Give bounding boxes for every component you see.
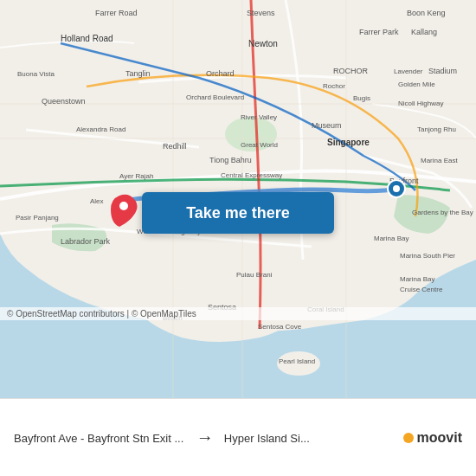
svg-text:Pulau Brani: Pulau Brani	[236, 271, 273, 279]
attribution-text: © OpenStreetMap contributors | © OpenMap…	[7, 309, 196, 318]
svg-text:Singapore: Singapore	[327, 138, 370, 147]
from-label: Bayfront Ave - Bayfront Stn Exit ...	[14, 432, 183, 445]
map-container: Holland Road Newton Farrer Road Farrer P…	[0, 0, 476, 398]
svg-point-56	[393, 185, 400, 192]
svg-point-57	[119, 202, 128, 210]
svg-text:Rochor: Rochor	[323, 82, 345, 90]
svg-text:Marina Bay: Marina Bay	[400, 275, 434, 283]
svg-text:Farrer Road: Farrer Road	[95, 9, 138, 17]
svg-text:Gardens by the Bay: Gardens by the Bay	[412, 209, 473, 216]
svg-text:Stevens: Stevens	[247, 9, 275, 17]
to-label: Hyper Island Si...	[224, 432, 310, 445]
svg-text:Redhill: Redhill	[163, 142, 187, 151]
svg-text:Tanglin: Tanglin	[125, 69, 151, 78]
svg-text:Sentosa Cove: Sentosa Cove	[258, 323, 302, 331]
from-info: Bayfront Ave - Bayfront Stn Exit ...	[14, 430, 186, 446]
svg-text:Pearl Island: Pearl Island	[279, 357, 315, 365]
svg-text:Marina South Pier: Marina South Pier	[400, 252, 455, 260]
moovit-logo: moovit	[403, 430, 462, 446]
svg-text:Great World: Great World	[241, 141, 278, 149]
moovit-text: moovit	[417, 430, 462, 446]
svg-text:Nicoll Highway: Nicoll Highway	[398, 100, 443, 107]
svg-text:Boon Keng: Boon Keng	[407, 9, 446, 17]
svg-text:Queenstown: Queenstown	[42, 97, 86, 106]
svg-text:Lavender: Lavender	[394, 68, 423, 75]
take-me-there-button[interactable]: Take me there	[142, 192, 334, 234]
svg-text:River Valley: River Valley	[241, 113, 277, 121]
svg-text:Newton: Newton	[248, 39, 278, 48]
svg-text:Marina Bay: Marina Bay	[374, 235, 408, 242]
svg-text:Alexandra Road: Alexandra Road	[76, 125, 125, 133]
svg-text:Tiong Bahru: Tiong Bahru	[209, 156, 252, 164]
svg-text:Orchard: Orchard	[206, 69, 235, 78]
svg-text:Central Expressway: Central Expressway	[221, 171, 282, 179]
svg-text:Farrer Park: Farrer Park	[359, 28, 399, 36]
svg-text:Holland Road: Holland Road	[61, 34, 113, 43]
svg-text:Orchard Boulevard: Orchard Boulevard	[186, 93, 244, 101]
svg-text:Museum: Museum	[312, 121, 342, 130]
moovit-dot-icon	[403, 433, 414, 443]
svg-text:Stadium: Stadium	[428, 67, 457, 75]
svg-text:Pasir Panjang: Pasir Panjang	[16, 214, 59, 222]
svg-text:ROCHOR: ROCHOR	[333, 67, 368, 75]
arrow-icon: →	[196, 428, 214, 447]
svg-text:Cruise Centre: Cruise Centre	[400, 286, 443, 293]
svg-text:Ayer Rajah: Ayer Rajah	[119, 172, 153, 180]
to-info: Hyper Island Si...	[224, 430, 396, 446]
svg-text:Tanjong Rhu: Tanjong Rhu	[417, 125, 456, 133]
svg-text:Bugis: Bugis	[353, 94, 370, 102]
svg-text:Marina East: Marina East	[421, 157, 458, 164]
svg-text:Buona Vista: Buona Vista	[17, 70, 55, 78]
svg-text:Alex: Alex	[90, 197, 104, 205]
map-attribution: © OpenStreetMap contributors | © OpenMap…	[0, 307, 476, 320]
svg-text:Kallang: Kallang	[411, 28, 437, 36]
route-info: Bayfront Ave - Bayfront Stn Exit ... → H…	[14, 428, 396, 447]
svg-text:Labrador Park: Labrador Park	[61, 237, 111, 246]
bottom-bar: Bayfront Ave - Bayfront Stn Exit ... → H…	[0, 398, 476, 476]
svg-text:Golden Mile: Golden Mile	[398, 80, 435, 88]
